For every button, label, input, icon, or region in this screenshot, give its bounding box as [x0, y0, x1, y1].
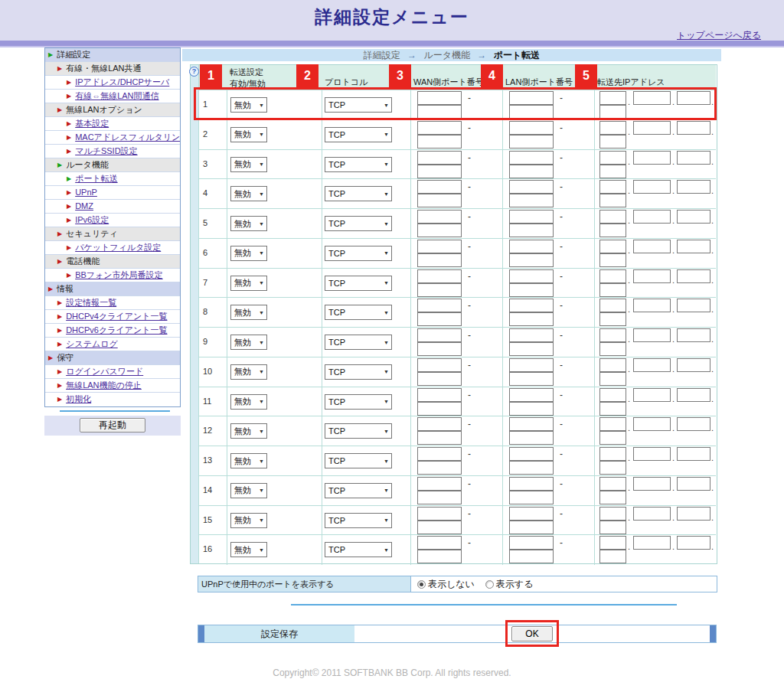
- ip-octet-3-input[interactable]: [677, 180, 710, 194]
- lan-port-to-input[interactable]: [509, 521, 554, 534]
- wan-port-from-input[interactable]: [417, 417, 462, 431]
- enable-select[interactable]: 無効▼: [230, 483, 267, 498]
- protocol-select[interactable]: TCP▼: [325, 483, 392, 498]
- lan-port-to-input[interactable]: [509, 402, 554, 416]
- lan-port-to-input[interactable]: [509, 372, 554, 386]
- wan-port-to-input[interactable]: [417, 165, 462, 178]
- ip-octet-4-input[interactable]: [599, 402, 626, 416]
- sidebar-item[interactable]: ▶ポート転送: [45, 172, 180, 186]
- wan-port-from-input[interactable]: [417, 536, 462, 550]
- sidebar-item-label[interactable]: 設定情報一覧: [66, 298, 116, 307]
- wan-port-from-input[interactable]: [417, 269, 462, 283]
- reboot-button[interactable]: 再起動: [80, 418, 145, 432]
- ip-octet-3-input[interactable]: [677, 151, 710, 165]
- sidebar-item[interactable]: ▶IPv6設定: [45, 214, 180, 227]
- sidebar-item-label[interactable]: 無線LAN機能の停止: [66, 380, 142, 390]
- sidebar-item-label[interactable]: システムログ: [66, 339, 118, 348]
- wan-port-to-input[interactable]: [417, 194, 462, 207]
- sidebar-item[interactable]: ▶システムログ: [45, 338, 180, 351]
- protocol-select[interactable]: TCP▼: [325, 276, 392, 291]
- ip-octet-4-input[interactable]: [599, 283, 626, 297]
- lan-port-to-input[interactable]: [509, 253, 554, 267]
- upnp-option-show[interactable]: 表示する: [485, 578, 534, 591]
- wan-port-to-input[interactable]: [417, 342, 462, 356]
- ip-octet-2-input[interactable]: [633, 121, 671, 135]
- wan-port-to-input[interactable]: [417, 491, 462, 504]
- ip-octet-1-input[interactable]: [599, 328, 626, 342]
- ip-octet-2-input[interactable]: [633, 507, 671, 521]
- wan-port-to-input[interactable]: [417, 372, 462, 386]
- lan-port-to-input[interactable]: [509, 135, 554, 149]
- ip-octet-2-input[interactable]: [633, 417, 671, 431]
- enable-select[interactable]: 無効▼: [230, 364, 267, 380]
- enable-select[interactable]: 無効▼: [230, 97, 267, 113]
- lan-port-to-input[interactable]: [509, 224, 554, 237]
- lan-port-to-input[interactable]: [509, 312, 554, 326]
- wan-port-from-input[interactable]: [417, 388, 462, 402]
- wan-port-to-input[interactable]: [417, 283, 462, 297]
- sidebar-item-label[interactable]: ポート転送: [75, 174, 118, 183]
- ip-octet-3-input[interactable]: [677, 269, 710, 283]
- protocol-select[interactable]: TCP▼: [325, 423, 392, 439]
- ip-octet-3-input[interactable]: [677, 536, 710, 550]
- wan-port-to-input[interactable]: [417, 461, 462, 475]
- ip-octet-4-input[interactable]: [599, 461, 626, 475]
- enable-select[interactable]: 無効▼: [230, 453, 267, 468]
- ip-octet-1-input[interactable]: [599, 151, 626, 165]
- sidebar-item-label[interactable]: マルチSSID設定: [75, 146, 137, 155]
- protocol-select[interactable]: TCP▼: [325, 364, 392, 380]
- wan-port-to-input[interactable]: [417, 224, 462, 237]
- lan-port-from-input[interactable]: [509, 180, 554, 194]
- lan-port-from-input[interactable]: [509, 299, 554, 312]
- lan-port-from-input[interactable]: [509, 240, 554, 253]
- lan-port-from-input[interactable]: [509, 151, 554, 165]
- ip-octet-2-input[interactable]: [633, 358, 671, 372]
- ip-octet-4-input[interactable]: [599, 372, 626, 386]
- ip-octet-2-input[interactable]: [633, 328, 671, 342]
- sidebar-item-label[interactable]: BBフォン市外局番設定: [75, 270, 162, 279]
- sidebar-item-label[interactable]: ログインパスワード: [66, 367, 143, 376]
- sidebar-item-label[interactable]: 基本設定: [75, 119, 109, 128]
- ip-octet-3-input[interactable]: [677, 477, 710, 491]
- ip-octet-3-input[interactable]: [677, 358, 710, 372]
- ip-octet-1-input[interactable]: [599, 91, 626, 105]
- wan-port-from-input[interactable]: [417, 91, 462, 105]
- lan-port-from-input[interactable]: [509, 447, 554, 461]
- lan-port-from-input[interactable]: [509, 210, 554, 224]
- sidebar-item-label[interactable]: DMZ: [75, 201, 93, 211]
- enable-select[interactable]: 無効▼: [230, 423, 267, 439]
- wan-port-from-input[interactable]: [417, 121, 462, 135]
- ip-octet-2-input[interactable]: [633, 91, 671, 105]
- ip-octet-3-input[interactable]: [677, 121, 710, 135]
- sidebar-item[interactable]: ▶BBフォン市外局番設定: [45, 269, 180, 282]
- wan-port-from-input[interactable]: [417, 507, 462, 521]
- ip-octet-4-input[interactable]: [599, 194, 626, 207]
- lan-port-to-input[interactable]: [509, 431, 554, 445]
- ip-octet-2-input[interactable]: [633, 210, 671, 224]
- enable-select[interactable]: 無効▼: [230, 246, 267, 261]
- ip-octet-1-input[interactable]: [599, 447, 626, 461]
- radio-checked-icon[interactable]: [417, 580, 426, 589]
- wan-port-to-input[interactable]: [417, 253, 462, 267]
- ip-octet-3-input[interactable]: [677, 91, 710, 105]
- wan-port-to-input[interactable]: [417, 521, 462, 534]
- ip-octet-4-input[interactable]: [599, 135, 626, 149]
- ip-octet-3-input[interactable]: [677, 447, 710, 461]
- sidebar-item-label[interactable]: IPアドレス/DHCPサーバ: [75, 77, 169, 86]
- lan-port-from-input[interactable]: [509, 388, 554, 402]
- enable-select[interactable]: 無効▼: [230, 276, 267, 291]
- ip-octet-4-input[interactable]: [599, 521, 626, 534]
- ip-octet-3-input[interactable]: [677, 210, 710, 224]
- wan-port-from-input[interactable]: [417, 299, 462, 312]
- protocol-select[interactable]: TCP▼: [325, 127, 392, 142]
- sidebar-item[interactable]: ▶パケットフィルタ設定: [45, 241, 180, 255]
- ip-octet-3-input[interactable]: [677, 417, 710, 431]
- protocol-select[interactable]: TCP▼: [325, 513, 392, 528]
- ip-octet-4-input[interactable]: [599, 224, 626, 237]
- ip-octet-3-input[interactable]: [677, 328, 710, 342]
- ip-octet-4-input[interactable]: [599, 312, 626, 326]
- sidebar-item-label[interactable]: パケットフィルタ設定: [75, 243, 161, 252]
- enable-select[interactable]: 無効▼: [230, 127, 267, 142]
- ip-octet-2-input[interactable]: [633, 447, 671, 461]
- ip-octet-4-input[interactable]: [599, 342, 626, 356]
